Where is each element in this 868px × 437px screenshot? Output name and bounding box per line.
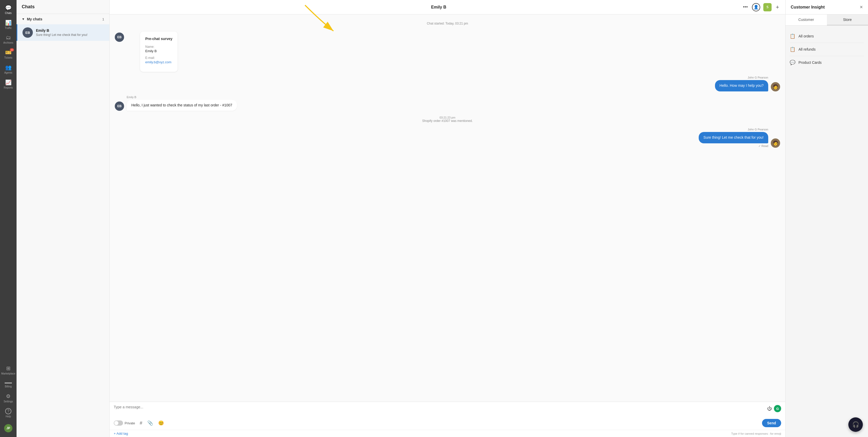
emoji-button[interactable]: 😊 bbox=[158, 420, 164, 427]
panel-content: 📋 All orders 📋 All refunds 💬 Product Car… bbox=[785, 26, 868, 437]
chat-messages-area[interactable]: Chat started: Today, 03:21 pm EB Pre-cha… bbox=[110, 14, 785, 402]
agent-message-row-2: John G Pearson Sure thing! Let me check … bbox=[115, 128, 780, 148]
all-refunds-label: All refunds bbox=[799, 47, 815, 52]
chat-sidebar: Chats ▼ My chats 1 EB Emily B Sure thing… bbox=[17, 0, 110, 437]
add-icon: + bbox=[776, 4, 779, 10]
person-icon: 👤 bbox=[753, 5, 759, 9]
customer-avatar-eb: EB bbox=[115, 33, 124, 42]
right-panel-header: Customer Insight × bbox=[785, 0, 868, 14]
billing-icon: ▬▬ bbox=[5, 380, 12, 384]
nav-label-settings: Settings bbox=[4, 400, 13, 403]
nav-item-chats[interactable]: 💬 Chats bbox=[1, 3, 16, 16]
nav-label-traffic: Traffic bbox=[5, 27, 12, 29]
sidebar-title: Chats bbox=[17, 0, 109, 14]
nav-item-tickets[interactable]: 4 🎫 Tickets bbox=[1, 47, 16, 61]
marketplace-icon: ⊞ bbox=[6, 365, 10, 371]
chat-input-area: ⏻ G Private # 📎 😊 Send + Add tag bbox=[110, 402, 785, 437]
nav-item-billing[interactable]: ▬▬ Billing bbox=[1, 378, 16, 390]
nav-item-settings[interactable]: ⚙ Settings bbox=[1, 391, 16, 405]
widget-icon: 🎧 bbox=[852, 421, 859, 428]
chat-item-name: Emily B bbox=[36, 28, 104, 33]
add-integration-button[interactable]: + bbox=[775, 3, 780, 12]
panel-tabs: Customer Store bbox=[785, 14, 868, 26]
survey-email-label: E-mail: bbox=[145, 56, 155, 60]
hashtag-button[interactable]: # bbox=[139, 420, 143, 427]
close-panel-button[interactable]: × bbox=[860, 4, 863, 10]
private-label: Private bbox=[125, 421, 135, 425]
tab-customer[interactable]: Customer bbox=[785, 14, 827, 25]
customer-name-1: Emily B bbox=[127, 96, 237, 99]
pre-chat-survey-card: Pre-chat survey Name: Emily B E-mail: em… bbox=[140, 32, 178, 72]
avatar-initials: JP bbox=[6, 427, 10, 430]
product-cards-section[interactable]: 💬 Product Cards bbox=[790, 56, 864, 69]
agents-icon: 👥 bbox=[5, 64, 12, 70]
all-orders-icon: 📋 bbox=[790, 33, 795, 39]
nav-item-help[interactable]: ? Help bbox=[1, 406, 16, 420]
private-toggle[interactable]: Private bbox=[114, 421, 135, 426]
tab-customer-label: Customer bbox=[798, 18, 814, 22]
nav-label-tickets: Tickets bbox=[4, 56, 12, 59]
floating-chat-widget[interactable]: 🎧 bbox=[848, 417, 863, 432]
right-panel-title: Customer Insight bbox=[791, 5, 825, 9]
message-textarea[interactable] bbox=[114, 405, 767, 415]
more-options-button[interactable]: ••• bbox=[742, 3, 749, 11]
nav-label-chats: Chats bbox=[5, 12, 12, 14]
nav-item-reports[interactable]: 📈 Reports bbox=[1, 77, 16, 91]
agent-message-row-1: John G Pearson Hello. How may I help you… bbox=[115, 76, 780, 92]
nav-item-archives[interactable]: 🗂 Archives bbox=[1, 33, 16, 46]
nav-label-help: Help bbox=[6, 415, 11, 418]
toggle-switch[interactable] bbox=[114, 421, 123, 426]
attachment-button[interactable]: 📎 bbox=[147, 420, 154, 427]
message-read-status: ✓ Read bbox=[699, 144, 768, 148]
user-avatar[interactable]: JP bbox=[1, 422, 16, 434]
nav-item-agents[interactable]: 👥 Agents bbox=[1, 62, 16, 76]
tab-store[interactable]: Store bbox=[827, 14, 868, 25]
settings-icon: ⚙ bbox=[6, 393, 10, 399]
all-orders-section[interactable]: 📋 All orders bbox=[790, 30, 864, 43]
reports-icon: 📈 bbox=[5, 79, 12, 86]
nav-label-marketplace: Marketplace bbox=[1, 372, 15, 375]
time-divider-time: 03:21:23 pm bbox=[115, 116, 780, 119]
survey-title: Pre-chat survey bbox=[145, 37, 173, 41]
survey-card-row: EB Pre-chat survey Name: Emily B E-mail:… bbox=[115, 32, 780, 72]
my-chats-section[interactable]: ▼ My chats 1 bbox=[17, 14, 109, 24]
chat-item-preview: Sure thing! Let me check that for you! bbox=[36, 33, 104, 37]
all-orders-label: All orders bbox=[799, 34, 814, 38]
survey-name-field: Name: Emily B bbox=[145, 44, 173, 53]
power-button[interactable]: ⏻ bbox=[767, 406, 772, 411]
all-refunds-section[interactable]: 📋 All refunds bbox=[790, 43, 864, 56]
section-label: My chats bbox=[27, 17, 42, 21]
survey-email-field: E-mail: emily.b@xyz.com bbox=[145, 56, 173, 64]
nav-item-marketplace[interactable]: ⊞ Marketplace bbox=[1, 363, 16, 377]
traffic-icon: 📊 bbox=[5, 20, 12, 26]
tab-store-label: Store bbox=[843, 18, 852, 22]
send-button[interactable]: Send bbox=[762, 419, 781, 427]
right-panel: Customer Insight × Customer Store 📋 All … bbox=[785, 0, 868, 437]
section-chevron-icon: ▼ bbox=[22, 17, 25, 21]
survey-email-value: emily.b@xyz.com bbox=[145, 60, 173, 64]
customer-avatar-1: EB bbox=[115, 101, 124, 111]
agent-avatar-1: 🧑 bbox=[771, 82, 780, 92]
customer-bubble-1: Hello, I just wanted to check the status… bbox=[127, 100, 237, 111]
message-input-box: ⏻ G bbox=[110, 402, 785, 417]
agent-bubble-2: Sure thing! Let me check that for you! bbox=[699, 132, 768, 143]
shopify-button[interactable]: S bbox=[763, 3, 772, 11]
nav-item-traffic[interactable]: 📊 Traffic bbox=[1, 18, 16, 32]
toggle-knob bbox=[114, 421, 118, 425]
archives-icon: 🗂 bbox=[6, 35, 11, 40]
add-tag-button[interactable]: + Add tag bbox=[114, 432, 128, 435]
main-chat-area: Emily B ••• 👤 S + Chat started: Today, 0… bbox=[110, 0, 785, 437]
agent-name-2: John G Pearson bbox=[699, 128, 768, 131]
section-count: 1 bbox=[102, 17, 104, 21]
product-cards-label: Product Cards bbox=[799, 61, 822, 65]
shopify-mention: Shopify order #1007 was mentioned. bbox=[115, 119, 780, 123]
customer-info-button[interactable]: 👤 bbox=[752, 3, 760, 11]
agent-name-1: John G Pearson bbox=[715, 76, 768, 79]
survey-name-label: Name: bbox=[145, 45, 154, 48]
shopify-icon: S bbox=[767, 5, 769, 9]
agent-avatar-2: 🧑 bbox=[771, 138, 780, 148]
grammarly-button[interactable]: G bbox=[774, 405, 781, 412]
input-bottom-bar: + Add tag Type # for canned responses : … bbox=[110, 430, 785, 437]
chats-icon: 💬 bbox=[5, 5, 12, 11]
chat-list-item[interactable]: EB Emily B Sure thing! Let me check that… bbox=[17, 24, 109, 41]
